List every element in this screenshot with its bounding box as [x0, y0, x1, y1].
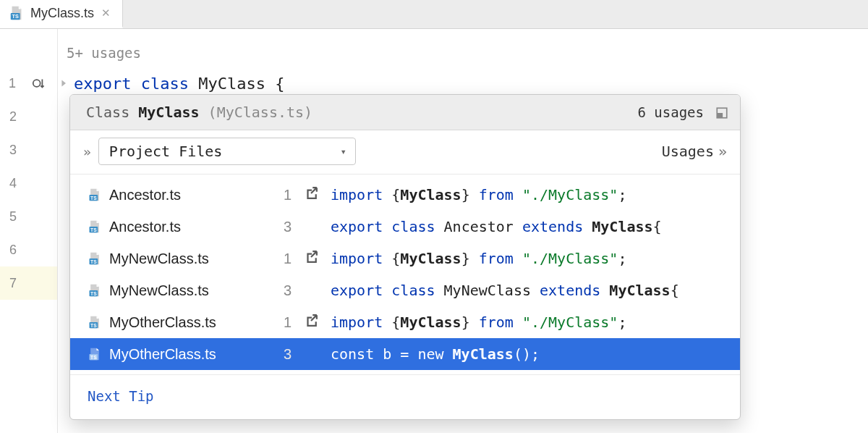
popup-subbar: » Project Files ▾ Usages » [70, 130, 740, 175]
editor-tab-label: MyClass.ts [30, 6, 94, 21]
gutter-line[interactable]: 3 [0, 133, 57, 167]
usage-line-number: 3 [274, 282, 292, 299]
usage-row[interactable]: TSMyOtherClass.ts3const b = new MyClass(… [70, 338, 740, 370]
chevron-right-icon[interactable]: » [718, 143, 727, 160]
token-keyword: class [141, 75, 189, 93]
usage-row[interactable]: TSAncestor.ts1import {MyClass} from "./M… [70, 179, 740, 211]
usage-kind [300, 251, 322, 267]
popup-header-name: MyClass [138, 104, 199, 121]
usage-row[interactable]: TSMyOtherClass.ts1import {MyClass} from … [70, 306, 740, 338]
typescript-file-icon: TS [88, 347, 102, 361]
popup-header-prefix: Class [86, 104, 129, 121]
typescript-file-icon: TS [88, 251, 102, 266]
import-usage-icon [305, 251, 318, 267]
editor-gutter: 1234567 [0, 29, 58, 433]
inlay-usages-hint[interactable]: 5+ usages [58, 39, 868, 67]
usage-filename: MyOtherClass.ts [109, 314, 216, 331]
gutter-line[interactable]: 7 [0, 266, 57, 300]
usage-snippet: const b = new MyClass(); [331, 345, 740, 363]
usage-kind [300, 187, 322, 203]
gutter-line[interactable]: 4 [0, 167, 57, 200]
popup-header-file: (MyClass.ts) [208, 104, 313, 121]
import-usage-icon [305, 314, 318, 331]
svg-text:TS: TS [90, 227, 97, 232]
svg-text:TS: TS [90, 355, 97, 360]
svg-point-2 [33, 80, 41, 87]
usage-filename: MyNewClass.ts [109, 282, 209, 299]
import-usage-icon [305, 187, 318, 203]
usage-line-number: 1 [274, 187, 292, 203]
editor-main: 1234567 5+ usages export class MyClass {… [0, 29, 868, 433]
usage-row[interactable]: TSAncestor.ts3export class Ancestor exte… [70, 211, 740, 243]
gutter-line[interactable]: 2 [0, 100, 57, 133]
typescript-file-icon: TS [88, 283, 102, 298]
usages-list: TSAncestor.ts1import {MyClass} from "./M… [70, 175, 740, 374]
svg-text:TS: TS [90, 259, 97, 264]
find-usages-popup: Class MyClass (MyClass.ts) 6 usages » Pr… [69, 94, 741, 420]
typescript-file-icon: TS [88, 219, 102, 234]
usage-line-number: 3 [274, 219, 292, 235]
typescript-file-icon: TS [88, 188, 102, 202]
usage-row[interactable]: TSMyNewClass.ts1import {MyClass} from ".… [70, 243, 740, 274]
gutter-line[interactable]: 1 [0, 67, 57, 100]
usage-snippet: import {MyClass} from "./MyClass"; [331, 186, 740, 203]
chevron-down-icon: ▾ [340, 146, 346, 157]
usage-line-number: 3 [274, 346, 292, 363]
svg-text:TS: TS [90, 291, 97, 296]
editor-code-area[interactable]: 5+ usages export class MyClass { Class M… [58, 29, 868, 433]
usage-snippet: import {MyClass} from "./MyClass"; [331, 314, 740, 331]
gutter-line[interactable]: 5 [0, 200, 57, 233]
gutter-line[interactable]: 6 [0, 233, 57, 266]
token-keyword: export [74, 75, 131, 93]
usage-filename: Ancestor.ts [109, 219, 181, 235]
usage-snippet: export class MyNewClass extends MyClass{ [331, 282, 740, 299]
next-tip-link[interactable]: Next Tip [88, 388, 154, 404]
usage-snippet: import {MyClass} from "./MyClass"; [331, 250, 740, 267]
usage-line-number: 1 [274, 251, 292, 267]
token-brace: { [275, 75, 284, 93]
svg-text:TS: TS [12, 13, 18, 20]
svg-rect-4 [717, 113, 723, 118]
usage-filename: Ancestor.ts [109, 187, 181, 203]
popup-usage-count: 6 usages [637, 104, 704, 120]
usage-file: TSMyNewClass.ts [88, 282, 265, 299]
usage-kind [300, 314, 322, 331]
token-classname: MyClass [198, 75, 265, 93]
scope-select-value: Project Files [109, 143, 223, 160]
editor-tabbar: TS MyClass.ts ✕ [0, 0, 868, 29]
popup-footer: Next Tip [70, 374, 740, 419]
usage-filename: MyOtherClass.ts [109, 346, 216, 363]
usage-row[interactable]: TSMyNewClass.ts3export class MyNewClass … [70, 274, 740, 306]
usage-line-number: 1 [274, 314, 292, 331]
usage-file: TSMyNewClass.ts [88, 251, 265, 267]
usage-file: TSMyOtherClass.ts [88, 346, 265, 363]
typescript-file-icon: TS [9, 5, 25, 21]
usages-label[interactable]: Usages [662, 143, 714, 160]
usage-filename: MyNewClass.ts [109, 251, 209, 267]
inlay-usages-label: 5+ usages [67, 45, 141, 61]
editor-tab-myclass[interactable]: TS MyClass.ts ✕ [0, 0, 123, 28]
usage-file: TSAncestor.ts [88, 187, 265, 203]
scope-select[interactable]: Project Files ▾ [98, 138, 356, 165]
popup-header: Class MyClass (MyClass.ts) 6 usages [70, 95, 740, 130]
fold-toggle-icon[interactable] [59, 77, 72, 90]
usage-snippet: export class Ancestor extends MyClass{ [331, 218, 740, 235]
pin-icon[interactable] [715, 106, 728, 119]
usage-file: TSAncestor.ts [88, 219, 265, 235]
typescript-file-icon: TS [88, 315, 102, 329]
svg-text:TS: TS [90, 323, 97, 328]
svg-text:TS: TS [90, 196, 97, 201]
usage-file: TSMyOtherClass.ts [88, 314, 265, 331]
chevron-right-icon[interactable]: » [83, 144, 91, 159]
close-icon[interactable]: ✕ [100, 7, 112, 20]
